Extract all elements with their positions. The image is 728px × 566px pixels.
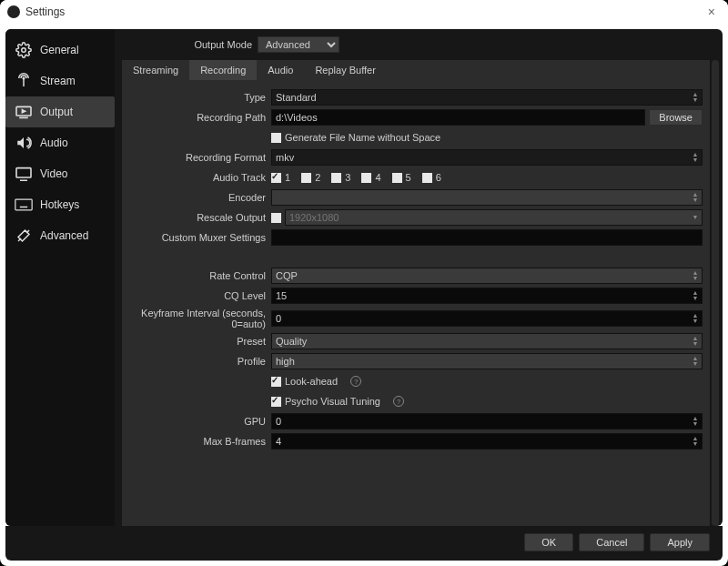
- gpu-input[interactable]: [271, 413, 703, 430]
- track5-checkbox[interactable]: [392, 173, 402, 183]
- sidebar-item-label: Stream: [40, 75, 76, 87]
- recording-path-input[interactable]: [271, 109, 645, 126]
- rescale-input[interactable]: [285, 209, 703, 226]
- help-icon[interactable]: ?: [350, 376, 361, 387]
- rescale-checkbox[interactable]: [271, 213, 281, 223]
- window-title: Settings: [25, 5, 703, 18]
- recording-path-label: Recording Path: [126, 112, 271, 123]
- keyframe-input[interactable]: [271, 310, 703, 327]
- sidebar-item-label: Hotkeys: [40, 198, 79, 211]
- settings-window: Settings × General Stream Output Audio: [0, 0, 728, 566]
- encoder-label: Encoder: [126, 192, 271, 203]
- preset-select[interactable]: [271, 333, 703, 349]
- monitor-icon: [15, 166, 33, 182]
- svg-rect-5: [16, 168, 31, 177]
- cq-label: CQ Level: [126, 290, 271, 301]
- encoder-select[interactable]: [271, 189, 703, 206]
- bframes-label: Max B-frames: [126, 436, 271, 447]
- format-select[interactable]: [271, 149, 703, 166]
- output-icon: [15, 104, 33, 120]
- muxer-input[interactable]: [271, 229, 703, 246]
- cancel-button[interactable]: Cancel: [579, 533, 644, 551]
- close-icon[interactable]: ×: [703, 5, 721, 19]
- sidebar-item-label: General: [40, 44, 79, 56]
- bframes-input[interactable]: [271, 433, 703, 450]
- format-label: Recording Format: [126, 152, 271, 163]
- rate-label: Rate Control: [126, 270, 271, 281]
- svg-point-0: [22, 48, 26, 53]
- output-mode-label: Output Mode: [129, 39, 252, 50]
- sidebar-item-label: Video: [40, 167, 67, 180]
- cq-input[interactable]: [271, 288, 703, 304]
- tab-recording[interactable]: Recording: [189, 60, 257, 80]
- sidebar-item-label: Advanced: [40, 229, 88, 242]
- profile-label: Profile: [126, 356, 271, 367]
- track2-checkbox[interactable]: [301, 173, 311, 183]
- output-mode-row: Output Mode Advanced: [129, 36, 710, 53]
- tab-audio[interactable]: Audio: [257, 60, 304, 80]
- help-icon[interactable]: ?: [393, 396, 404, 407]
- profile-select[interactable]: [271, 353, 703, 369]
- browse-button[interactable]: Browse: [649, 109, 703, 126]
- sidebar-item-video[interactable]: Video: [5, 158, 115, 189]
- type-select[interactable]: [271, 89, 703, 106]
- inner-frame: General Stream Output Audio Video Hotkey…: [5, 29, 723, 526]
- gpu-label: GPU: [126, 416, 271, 427]
- tools-icon: [15, 227, 33, 244]
- tab-replay-buffer[interactable]: Replay Buffer: [304, 60, 386, 80]
- tabbar: Streaming Recording Audio Replay Buffer: [122, 60, 710, 80]
- speaker-icon: [15, 135, 33, 151]
- sidebar-item-audio[interactable]: Audio: [5, 127, 115, 158]
- sidebar: General Stream Output Audio Video Hotkey…: [5, 29, 115, 526]
- svg-point-1: [23, 77, 25, 79]
- nospace-label: Generate File Name without Space: [285, 132, 440, 143]
- sidebar-item-hotkeys[interactable]: Hotkeys: [5, 189, 115, 220]
- nospace-checkbox[interactable]: [271, 133, 281, 143]
- tab-streaming[interactable]: Streaming: [122, 60, 189, 80]
- sidebar-item-general[interactable]: General: [5, 35, 115, 66]
- encoder-group: Rate Control ▲▼ CQ Level ▲▼ Keyframe Int…: [126, 264, 703, 457]
- track3-checkbox[interactable]: [331, 173, 341, 183]
- svg-rect-7: [15, 199, 32, 210]
- main-panel: Output Mode Advanced Streaming Recording…: [115, 29, 723, 526]
- rate-select[interactable]: [271, 268, 703, 284]
- rescale-label: Rescale Output: [126, 212, 271, 223]
- audiotrack-label: Audio Track: [126, 172, 271, 183]
- lookahead-checkbox[interactable]: [271, 377, 281, 387]
- app-logo-icon: [7, 5, 20, 18]
- preset-label: Preset: [126, 336, 271, 347]
- sidebar-item-label: Audio: [40, 136, 68, 149]
- type-label: Type: [126, 92, 271, 103]
- muxer-label: Custom Muxer Settings: [126, 232, 271, 243]
- track4-checkbox[interactable]: [361, 173, 371, 183]
- gear-icon: [15, 42, 33, 58]
- psycho-label: Psycho Visual Tuning: [285, 396, 380, 407]
- footer: OK Cancel Apply: [5, 526, 723, 561]
- keyboard-icon: [15, 197, 33, 213]
- output-mode-select[interactable]: Advanced: [258, 36, 339, 53]
- recording-group: Type ▲▼ Recording Path Browse: [126, 86, 703, 253]
- psycho-checkbox[interactable]: [271, 397, 281, 407]
- ok-button[interactable]: OK: [524, 533, 573, 551]
- apply-button[interactable]: Apply: [650, 533, 710, 551]
- lookahead-label: Look-ahead: [285, 376, 338, 387]
- sidebar-item-output[interactable]: Output: [5, 96, 115, 127]
- track1-checkbox[interactable]: [271, 173, 281, 183]
- sidebar-item-stream[interactable]: Stream: [5, 66, 115, 96]
- antenna-icon: [15, 73, 33, 89]
- keyframe-label: Keyframe Interval (seconds, 0=auto): [126, 308, 271, 329]
- scrollbar[interactable]: [712, 60, 719, 526]
- content-scroll[interactable]: Type ▲▼ Recording Path Browse: [122, 80, 710, 526]
- sidebar-item-label: Output: [40, 106, 73, 118]
- sidebar-item-advanced[interactable]: Advanced: [5, 220, 115, 251]
- track6-checkbox[interactable]: [422, 173, 432, 183]
- titlebar: Settings ×: [0, 0, 728, 24]
